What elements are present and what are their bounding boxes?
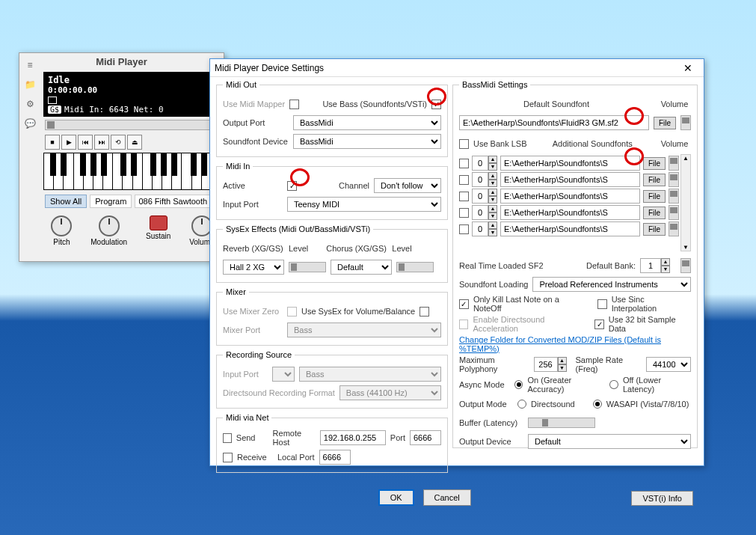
- sf-file-button[interactable]: File: [643, 174, 666, 186]
- settings-title: Midi Player Device Settings: [215, 63, 677, 73]
- default-bank-input[interactable]: [640, 258, 661, 273]
- remote-host-input[interactable]: [320, 430, 386, 445]
- spin-down[interactable]: ▼: [488, 163, 497, 171]
- folder-icon[interactable]: 📁: [21, 76, 39, 94]
- ok-button[interactable]: OK: [378, 489, 414, 506]
- sf-enable-checkbox[interactable]: [459, 192, 469, 201]
- eject-button[interactable]: ⏏: [127, 135, 142, 150]
- stop-button[interactable]: ■: [45, 135, 60, 150]
- sf-volume-slider[interactable]: [669, 205, 679, 220]
- sf-volume-slider[interactable]: [669, 172, 679, 187]
- sf-path-input[interactable]: [500, 156, 640, 171]
- sustain-button[interactable]: [150, 215, 168, 230]
- record-button[interactable]: ⟲: [111, 135, 126, 150]
- sf-path-input[interactable]: [500, 189, 640, 204]
- chat-icon[interactable]: 💬: [21, 114, 39, 132]
- cancel-button[interactable]: Cancel: [423, 489, 471, 506]
- sf-enable-checkbox[interactable]: [459, 175, 469, 185]
- output-port-label: Output Port: [223, 118, 289, 127]
- chorus-label: Chorus (XG/GS): [326, 244, 387, 253]
- sf-bank-input[interactable]: [472, 205, 488, 220]
- piano-keyboard[interactable]: [43, 153, 222, 190]
- chorus-select[interactable]: Default: [331, 260, 392, 275]
- receive-checkbox[interactable]: [223, 453, 233, 462]
- change-folder-link[interactable]: Change Folder for Converted MOD/ZIP File…: [459, 335, 691, 353]
- kill-note-checkbox[interactable]: [459, 299, 469, 309]
- kill-note-label: Only Kill Last Note on a NoteOff: [473, 295, 588, 313]
- sf-file-button[interactable]: File: [643, 207, 666, 219]
- sf-volume-slider[interactable]: [669, 221, 679, 236]
- sf-loading-select[interactable]: Preload Referenced Instruments: [532, 277, 691, 292]
- output-port-select[interactable]: BassMidi: [293, 115, 441, 130]
- default-sf-volume-slider[interactable]: [680, 115, 691, 130]
- wasapi-radio[interactable]: [593, 400, 602, 409]
- sf-path-input[interactable]: [500, 221, 640, 236]
- active-checkbox[interactable]: [287, 181, 297, 191]
- sample-rate-select[interactable]: 44100: [646, 357, 691, 372]
- use-mapper-checkbox[interactable]: [289, 100, 299, 109]
- max-poly-input[interactable]: [534, 357, 558, 372]
- prev-button[interactable]: ⏮: [78, 135, 93, 150]
- close-icon[interactable]: ✕: [677, 62, 699, 74]
- position-slider[interactable]: [45, 120, 221, 130]
- sf-path-input[interactable]: [500, 205, 640, 220]
- port-input[interactable]: [410, 430, 441, 445]
- sf-file-button[interactable]: File: [643, 157, 666, 170]
- local-port-input[interactable]: [319, 450, 351, 465]
- show-all-button[interactable]: Show All: [45, 195, 87, 208]
- volume-label: Volume: [658, 100, 691, 108]
- use-bank-lsb-checkbox[interactable]: [459, 139, 469, 149]
- reverb-select[interactable]: Hall 2 XG: [223, 260, 284, 275]
- sf-file-button[interactable]: File: [643, 223, 666, 236]
- next-button[interactable]: ⏭: [94, 135, 109, 150]
- vst-info-button[interactable]: VST(i) Info: [631, 491, 693, 506]
- max-poly-label: Maximum Polyphony: [459, 355, 529, 373]
- send-checkbox[interactable]: [223, 433, 232, 443]
- use-sysex-checkbox[interactable]: [420, 307, 429, 317]
- sf-bank-input[interactable]: [472, 189, 488, 204]
- buffer-slider[interactable]: [528, 418, 595, 428]
- realtime-sf2-label: Real Time Loaded SF2: [459, 261, 544, 270]
- output-device-select[interactable]: Default: [528, 434, 691, 449]
- async-off-radio[interactable]: [609, 380, 618, 389]
- channel-select[interactable]: Don't follow: [374, 178, 441, 193]
- sf-row-0: ▲▼ File: [459, 156, 679, 171]
- sf-bank-input[interactable]: [472, 156, 488, 171]
- sinc-checkbox[interactable]: [597, 299, 607, 309]
- modulation-knob[interactable]: [99, 215, 120, 236]
- sf-volume-slider[interactable]: [669, 156, 679, 171]
- sf-bank-input[interactable]: [472, 221, 488, 236]
- addl-volume-label: Volume: [658, 139, 691, 148]
- gear-icon[interactable]: ⚙: [21, 95, 39, 113]
- bit32-checkbox[interactable]: [594, 320, 603, 329]
- sf-path-input[interactable]: [500, 172, 640, 187]
- sf-scrollbar[interactable]: ▲▼: [680, 154, 691, 251]
- reverb-level-slider[interactable]: [289, 262, 326, 272]
- default-sf-input[interactable]: [459, 115, 649, 130]
- directsound-radio[interactable]: [517, 400, 526, 409]
- rec-input-sel: -: [272, 367, 295, 382]
- input-port-select[interactable]: Teensy MIDI: [287, 197, 441, 212]
- pitch-knob[interactable]: [51, 215, 72, 236]
- sf-enable-checkbox[interactable]: [459, 224, 469, 234]
- realtime-volume-slider[interactable]: [680, 258, 691, 273]
- sf-bank-input[interactable]: [472, 172, 488, 187]
- sf-enable-checkbox[interactable]: [459, 208, 469, 218]
- use-bass-checkbox[interactable]: [431, 100, 441, 109]
- sf-file-button[interactable]: File: [643, 190, 666, 203]
- use-mixer-zero-label: Use Mixer Zero: [223, 307, 283, 316]
- sf-volume-slider[interactable]: [669, 189, 679, 204]
- spin-up[interactable]: ▲: [488, 156, 497, 163]
- remote-host-label: Remote Host: [273, 429, 316, 447]
- active-label: Active: [223, 181, 283, 190]
- default-sf-file-button[interactable]: File: [654, 117, 676, 129]
- use-mixer-zero-checkbox: [287, 307, 297, 317]
- input-port-label: Input Port: [223, 200, 283, 209]
- play-button[interactable]: ▶: [61, 135, 76, 150]
- async-on-radio[interactable]: [514, 380, 523, 389]
- sf-enable-checkbox[interactable]: [459, 159, 469, 168]
- program-tab[interactable]: Program: [90, 195, 132, 208]
- chorus-level-slider[interactable]: [396, 262, 434, 272]
- sf-device-select[interactable]: BassMidi: [293, 134, 441, 149]
- menu-icon[interactable]: ≡: [21, 56, 39, 74]
